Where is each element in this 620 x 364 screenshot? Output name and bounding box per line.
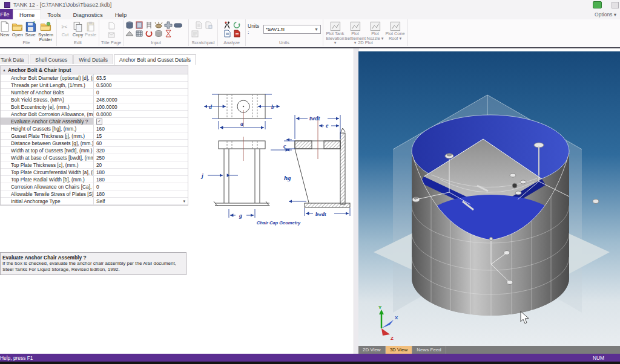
grid-section-header[interactable]: ▲ Anchor Bolt & Chair Input <box>1 66 188 74</box>
grid-row[interactable]: Gusset Plate Thickness [j], (mm.)15 <box>1 132 188 140</box>
grid-row-value[interactable]: 60 <box>94 140 188 146</box>
pdf-icon[interactable] <box>232 30 241 37</box>
options-dropdown[interactable]: Options ▾ <box>595 11 616 18</box>
grid-row[interactable]: Top Plate Circumferential Width [a], (mm… <box>1 169 188 176</box>
cut-scissors-icon: ✂ <box>59 21 71 32</box>
grid-row[interactable]: Bolt Yield Stress, (MPA)248.0000 <box>1 96 188 103</box>
low-tank-icon[interactable] <box>174 21 182 29</box>
doc-tab-anchor-bolt-and-gusset-details[interactable]: Anchor Bolt and Gusset Details <box>114 54 196 65</box>
grid-row[interactable]: Corrosion Allowance on Chairs [Ca], (mm.… <box>1 183 188 190</box>
tab-home[interactable]: Home <box>13 9 41 19</box>
grid-row-value[interactable]: 250 <box>94 154 188 161</box>
scratchpad-calc-icon[interactable] <box>204 21 213 29</box>
tab-help[interactable]: Help <box>109 10 133 19</box>
grid-row-label: Top Plate Circumferential Width [a], (mm… <box>1 169 94 175</box>
scratchpad-notes-icon[interactable] <box>191 30 199 37</box>
grid-row-value[interactable]: 0.5000 <box>94 82 188 88</box>
grid-row-label: Width at top of Gussets [twdt], (mm.) <box>1 147 94 154</box>
doc-tab-tank-data[interactable]: Tank Data <box>0 54 29 64</box>
open-button[interactable]: Open <box>12 21 23 42</box>
cut-button[interactable]: ✂ Cut <box>59 21 71 37</box>
grid-row-value[interactable]: ✓ <box>94 118 188 125</box>
grid-row[interactable]: Anchor Bolt Diameter (optional) [d], (mm… <box>1 74 188 82</box>
checkbox[interactable]: ✓ <box>96 119 102 125</box>
units-combobox[interactable]: *SAV1.fil ▼ <box>263 25 321 34</box>
field-help-panel: Evaluate Anchor Chair Assembly ? If the … <box>0 252 186 275</box>
plot-chart-icon <box>330 21 341 31</box>
ladder-icon[interactable] <box>145 21 153 29</box>
grid-row[interactable]: Top Plate Radial Width [b], (mm.)180 <box>1 176 188 183</box>
grid-row-label: Corrosion Allowance on Chairs [Ca], (mm.… <box>1 183 94 190</box>
grid-row[interactable]: Bolt Eccentricity [e], (mm.)100.0000 <box>1 103 188 111</box>
ring-icon[interactable] <box>145 30 153 37</box>
grid-row-value[interactable]: 0 <box>94 183 188 190</box>
plot-chart-icon <box>370 21 381 31</box>
grid-row-value[interactable]: 15 <box>94 132 188 139</box>
scratchpad-doc-icon[interactable] <box>194 21 203 29</box>
window-control-icon[interactable] <box>612 2 619 8</box>
grid-row[interactable]: Distance between Gussets [g], (mm.)60 <box>1 140 188 147</box>
grid-row-label: Top Plate Thickness [c], (mm.) <box>1 161 94 168</box>
grid-row-value[interactable]: 20 <box>94 161 188 168</box>
grid-row[interactable]: Number of Anchor Bolts0 <box>1 89 188 96</box>
grid-row[interactable]: Anchor Bolt Corrosion Allowance, (mm.)0.… <box>1 111 188 118</box>
file-menu-button[interactable]: File <box>0 9 13 19</box>
title-page-icon[interactable] <box>107 22 116 30</box>
new-button[interactable]: New <box>0 21 10 42</box>
grid-row[interactable]: Width at base of Gussets [bwdt], (mm.)25… <box>1 154 188 161</box>
doc-tab-wind-details[interactable]: Wind Details <box>73 54 113 64</box>
grid-row-label: Width at base of Gussets [bwdt], (mm.) <box>1 154 94 161</box>
grid-row-label: Height of Gussets [hg], (mm.) <box>1 125 94 132</box>
plot-chart-icon <box>390 21 401 31</box>
viewport-tab-news-feed[interactable]: News Feed <box>412 346 446 354</box>
analyze-run-icon[interactable] <box>223 21 231 29</box>
title-page-alt-icon[interactable] <box>107 31 116 39</box>
dropdown-arrow-icon[interactable]: ▾ <box>183 199 185 204</box>
grid-row-value[interactable]: 160 <box>94 125 188 132</box>
grid-row-value[interactable]: 0.0000 <box>94 111 188 117</box>
tank-icon[interactable] <box>154 30 163 37</box>
chair-cap-geometry-diagram: d b a j g twdt e c hg bwdt Chair Cap Geo… <box>200 83 354 235</box>
system-folder-button[interactable]: System Folder <box>38 21 54 42</box>
collapse-arrow-icon[interactable]: ▲ <box>2 68 6 72</box>
grid-row-value[interactable]: 248.0000 <box>94 96 188 103</box>
grid-row[interactable]: Top Plate Thickness [c], (mm.)20 <box>1 161 188 169</box>
grid-row[interactable]: Allowable Tensile Stress of Plates [S], … <box>1 190 188 198</box>
grid-row-value[interactable]: 63.5 <box>94 74 188 81</box>
tower-icon[interactable] <box>164 30 173 37</box>
save-button[interactable]: Save <box>25 21 36 42</box>
grid-row-value[interactable]: 180 <box>94 190 188 197</box>
grid-row-value[interactable]: 320 <box>94 147 188 154</box>
grid-row-value[interactable]: 100.0000 <box>94 103 188 110</box>
viewport-tab-2d-view[interactable]: 2D View <box>358 346 386 354</box>
num-lock-indicator: NUM <box>593 355 604 361</box>
combobox-arrow-icon[interactable]: ▼ <box>314 27 318 31</box>
cone-roof-icon[interactable] <box>125 30 134 37</box>
tank-data-icon[interactable] <box>125 21 134 29</box>
paste-button[interactable]: Paste <box>85 21 96 37</box>
report-doc-icon[interactable] <box>223 30 231 37</box>
feedback-icon[interactable] <box>593 1 602 8</box>
grid-row-value[interactable]: 180 <box>94 169 188 175</box>
shell-courses-icon[interactable] <box>135 21 143 29</box>
nozzle-icon[interactable] <box>164 21 173 29</box>
grid-row[interactable]: Width at top of Gussets [twdt], (mm.)320 <box>1 147 188 154</box>
grid-row-value[interactable]: 180 <box>94 176 188 183</box>
grid-row[interactable]: Evaluate Anchor Chair Assembly ?✓ <box>1 118 188 125</box>
grid-row-value[interactable]: 0 <box>94 89 188 96</box>
3d-viewport[interactable]: Y X Z <box>358 51 620 346</box>
roof-fixtures-icon[interactable] <box>154 21 163 29</box>
doc-tab-shell-courses[interactable]: Shell Courses <box>30 54 73 64</box>
tab-tools[interactable]: Tools <box>41 10 67 19</box>
grid-row-value[interactable]: Self▾ <box>94 198 188 204</box>
plot-chart-icon <box>350 21 361 31</box>
tab-diagnostics[interactable]: Diagnostics <box>67 10 109 19</box>
refresh-icon[interactable] <box>232 21 241 29</box>
grid-row[interactable]: Threads per Unit Length, (1/mm.)0.5000 <box>1 82 188 89</box>
grid-row[interactable]: Initial Anchorage TypeSelf▾ <box>1 198 188 205</box>
grid-plate-icon[interactable] <box>135 30 143 37</box>
viewport-tab-3d-view[interactable]: 3D View <box>386 346 413 354</box>
ribbon-tab-bar: File Home Tools Diagnostics Help <box>0 9 620 19</box>
grid-row[interactable]: Height of Gussets [hg], (mm.)160 <box>1 125 188 132</box>
copy-button[interactable]: Copy <box>72 21 84 37</box>
